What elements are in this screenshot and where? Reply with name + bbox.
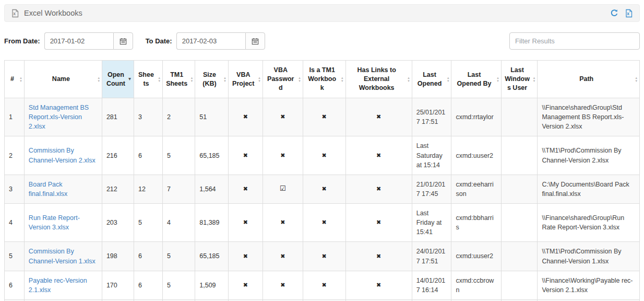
workbooks-table: #▴▾Name▴▾Open Count▾Sheets▴▾TM1 Sheets▴▾… <box>4 60 640 301</box>
cell-is_tm1_workbook: ✖ <box>303 98 345 136</box>
header-row: #▴▾Name▴▾Open Count▾Sheets▴▾TM1 Sheets▴▾… <box>5 61 640 98</box>
cell-sheets: 6 <box>134 136 163 175</box>
workbook-name-link[interactable]: Std Management BS Report.xls-Version 2.x… <box>29 104 89 130</box>
workbook-name-link[interactable]: Run Rate Report-Version 3.xlsx <box>29 214 80 231</box>
excel-file-icon: x <box>11 9 19 18</box>
cell-tm1_sheets: 5 <box>162 136 195 175</box>
page-title: Excel Workbooks <box>24 9 82 17</box>
sort-both-icon: ▴▾ <box>158 76 160 83</box>
column-header-last_windows_user[interactable]: Last Windows User▴▾ <box>501 61 538 98</box>
cell-vba_project: ✖ <box>228 175 263 203</box>
refresh-button[interactable] <box>610 9 618 17</box>
cell-vba_password: ✖ <box>263 271 303 299</box>
cell-last_opened_by: cxmd:uuser2 <box>451 242 501 271</box>
cell-num: 3 <box>5 175 25 203</box>
workbook-name-link[interactable]: Board Pack final.final.xlsx <box>29 181 67 198</box>
to-date-calendar-button[interactable] <box>245 32 265 50</box>
column-label: Is a TM1 Workbook <box>308 66 336 91</box>
filter-bar: From Date: To Date: <box>4 32 640 50</box>
filter-results-input[interactable] <box>509 32 640 50</box>
column-header-vba_password[interactable]: VBA Password▴▾ <box>263 61 303 98</box>
cell-tm1_sheets: 7 <box>162 175 195 203</box>
column-header-sheets[interactable]: Sheets▴▾ <box>134 61 163 98</box>
column-header-last_opened_by[interactable]: Last Opened By▴▾ <box>451 61 501 98</box>
cell-is_tm1_workbook: ✖ <box>303 136 345 175</box>
cell-last_windows_user <box>501 98 538 136</box>
export-excel-icon: x <box>625 9 633 18</box>
sort-both-icon: ▴▾ <box>408 76 410 83</box>
table-row: 3Board Pack final.final.xlsx2121271,564✖… <box>5 175 640 203</box>
cell-name: Board Pack final.final.xlsx <box>24 175 102 203</box>
cell-tm1_sheets: 5 <box>162 271 195 299</box>
sort-both-icon: ▴▾ <box>299 76 301 83</box>
from-date-calendar-button[interactable] <box>113 32 133 50</box>
column-header-is_tm1_workbook[interactable]: Is a TM1 Workbook▴▾ <box>303 61 345 98</box>
cell-open_count: 216 <box>102 136 134 175</box>
column-label: # <box>10 75 14 83</box>
column-label: Last Windows User <box>505 66 530 91</box>
cell-num: 2 <box>5 136 25 175</box>
cell-last_windows_user <box>501 136 538 175</box>
table-row: 6Payable rec-Version 2.1.xlsx170651,509✖… <box>5 271 640 299</box>
cell-last_opened: Last Friday at 15:41 <box>412 204 451 242</box>
sort-both-icon: ▴▾ <box>258 76 260 83</box>
cell-has_links_external: ✖ <box>345 204 412 242</box>
cell-num: 4 <box>5 204 25 242</box>
cell-is_tm1_workbook: ✖ <box>303 175 345 203</box>
cell-path: \\Finance\shared\Group\Run Rate Report-V… <box>538 204 640 242</box>
cell-path: \\TM1\Prod\Commission By Channel-Version… <box>538 136 640 175</box>
cell-sheets: 5 <box>134 204 163 242</box>
column-header-vba_project[interactable]: VBA Project▴▾ <box>228 61 263 98</box>
cell-path: C:\My Documents\Board Pack final.final.x… <box>538 175 640 203</box>
cell-sheets: 6 <box>134 271 163 299</box>
cell-vba_project: ✖ <box>228 136 263 175</box>
cell-name: Run Rate Report-Version 3.xlsx <box>24 204 102 242</box>
cell-has_links_external: ✖ <box>345 136 412 175</box>
column-header-name[interactable]: Name▴▾ <box>24 61 102 98</box>
export-excel-button[interactable]: x <box>625 9 633 18</box>
cell-path: \\Finance\shared\Group\Std Management BS… <box>538 98 640 136</box>
panel-header: x Excel Workbooks x <box>4 4 640 22</box>
column-header-last_opened[interactable]: Last Opened▴▾ <box>412 61 451 98</box>
cell-size_kb: 1,509 <box>195 271 229 299</box>
cell-sheets: 6 <box>134 242 163 271</box>
cell-last_opened_by: cxmd:ccbrown <box>451 271 501 299</box>
cell-is_tm1_workbook: ✖ <box>303 271 345 299</box>
cell-vba_project: ✖ <box>228 204 263 242</box>
cell-vba_password: ✖ <box>263 242 303 271</box>
cell-last_opened_by: cxmd:bbharris <box>451 204 501 242</box>
cell-last_opened: 24/01/2017 17:51 <box>412 242 451 271</box>
cell-vba_project: ✖ <box>228 242 263 271</box>
from-date-label: From Date: <box>4 37 40 45</box>
column-label: VBA Password <box>267 66 294 91</box>
svg-text:x: x <box>13 11 16 16</box>
cell-has_links_external: ✖ <box>345 271 412 299</box>
from-date-input[interactable] <box>44 32 113 50</box>
column-header-tm1_sheets[interactable]: TM1 Sheets▴▾ <box>162 61 195 98</box>
cell-name: Std Management BS Report.xls-Version 2.x… <box>24 98 102 136</box>
cell-size_kb: 65,185 <box>195 136 229 175</box>
column-header-path[interactable]: Path▴▾ <box>538 61 640 98</box>
workbook-name-link[interactable]: Commission By Channel-Version 1.xlsx <box>29 248 96 264</box>
column-header-num[interactable]: #▴▾ <box>5 61 25 98</box>
workbook-name-link[interactable]: Commission By Channel-Version 2.xlsx <box>29 147 96 164</box>
sort-both-icon: ▴▾ <box>635 76 637 83</box>
cell-is_tm1_workbook: ✖ <box>303 242 345 271</box>
workbook-name-link[interactable]: Payable rec-Version 2.1.xlsx <box>29 277 87 294</box>
column-header-size_kb[interactable]: Size (KB)▴▾ <box>195 61 229 98</box>
cell-sheets: 12 <box>134 175 163 203</box>
cell-size_kb: 65,185 <box>195 242 229 271</box>
column-header-open_count[interactable]: Open Count▾ <box>102 61 134 98</box>
column-header-has_links_external[interactable]: Has Links to External Workbooks▴▾ <box>345 61 412 98</box>
table-row: 2Commission By Channel-Version 2.xlsx216… <box>5 136 640 175</box>
svg-text:x: x <box>627 11 629 16</box>
cell-num: 1 <box>5 98 25 136</box>
cell-last_opened: 14/01/2017 16:14 <box>412 271 451 299</box>
cell-is_tm1_workbook: ✖ <box>303 204 345 242</box>
calendar-icon <box>120 38 127 45</box>
column-label: Name <box>52 75 70 83</box>
cell-vba_password: ✖ <box>263 98 303 136</box>
column-label: Last Opened <box>418 71 442 87</box>
to-date-input[interactable] <box>176 32 245 50</box>
cell-tm1_sheets: 4 <box>162 204 195 242</box>
